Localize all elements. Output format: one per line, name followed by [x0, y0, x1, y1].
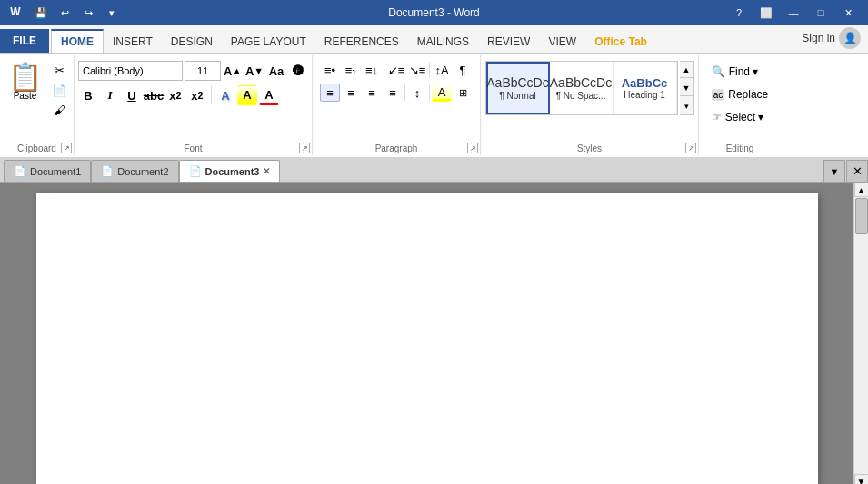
doc-tab-1[interactable]: 📄 Document1	[4, 160, 91, 182]
shading-btn[interactable]: A	[432, 84, 452, 102]
font-expand[interactable]: ↗	[299, 143, 310, 153]
paragraph-expand[interactable]: ↗	[467, 143, 478, 153]
paste-icon: 📋	[8, 64, 42, 91]
tab-home[interactable]: HOME	[51, 29, 104, 53]
style-nospace-name: ¶ No Spac...	[556, 91, 606, 101]
tab-insert[interactable]: INSERT	[104, 29, 162, 53]
doc3-icon: 📄	[189, 165, 202, 177]
align-left-btn[interactable]: ≡	[320, 84, 340, 102]
text-effects-btn[interactable]: A	[215, 85, 235, 105]
scroll-thumb[interactable]	[855, 198, 868, 234]
replace-icon: ac	[712, 89, 725, 101]
styles-label: Styles	[481, 143, 698, 153]
help-btn[interactable]: ?	[726, 4, 752, 22]
find-button[interactable]: 🔍 Find ▾	[705, 61, 765, 83]
styles-expand[interactable]: ↗	[685, 143, 696, 153]
document-tabs: 📄 Document1 📄 Document2 📄 Document3 ✕ ▼ …	[0, 157, 868, 183]
doc-tab-3[interactable]: 📄 Document3 ✕	[179, 160, 281, 182]
user-avatar: 👤	[839, 27, 861, 49]
italic-button[interactable]: I	[100, 85, 120, 105]
scroll-down-btn[interactable]: ▼	[854, 474, 869, 484]
doc-tab-2[interactable]: 📄 Document2	[91, 160, 178, 182]
document-area[interactable]	[0, 183, 853, 484]
line-spacing-btn[interactable]: ↕	[407, 84, 427, 102]
word-icon: W	[7, 3, 24, 24]
justify-btn[interactable]: ≡	[383, 84, 403, 102]
replace-button[interactable]: ac Replace	[705, 84, 775, 105]
scroll-track[interactable]	[854, 197, 869, 474]
paragraph-group: ≡• ≡₁ ≡↓ ↙≡ ↘≡ ↕A ¶ ≡ ≡ ≡ ≡ ↕ A ⊞	[313, 55, 481, 155]
style-heading1[interactable]: AaBbCc Heading 1	[614, 62, 677, 114]
align-right-btn[interactable]: ≡	[362, 84, 382, 102]
clipboard-expand[interactable]: ↗	[61, 143, 72, 153]
sign-in-btn[interactable]: Sign in 👤	[794, 24, 868, 53]
scroll-up-btn[interactable]: ▲	[854, 183, 869, 197]
tab-mailings[interactable]: MAILINGS	[408, 29, 478, 53]
grow-font-btn[interactable]: A▲	[223, 61, 243, 81]
styles-scroll-up[interactable]: ▲	[680, 62, 693, 78]
format-painter-button[interactable]: 🖌	[48, 101, 70, 119]
redo-quick-btn[interactable]: ↪	[78, 3, 98, 23]
close-btn[interactable]: ✕	[835, 4, 861, 22]
ribbon-toggle-btn[interactable]: ⬜	[753, 4, 779, 22]
font-name-input[interactable]	[78, 61, 183, 81]
editing-group: 🔍 Find ▾ ac Replace ☞ Select ▾ Editing	[699, 55, 781, 155]
numbering-btn[interactable]: ≡₁	[341, 61, 361, 79]
clear-format-btn[interactable]: 🅐	[288, 61, 308, 81]
tab-nav-btn[interactable]: ▼	[823, 160, 845, 182]
svg-text:W: W	[10, 5, 21, 18]
style-normal[interactable]: AaBbCcDc ¶ Normal	[486, 62, 550, 114]
save-quick-btn[interactable]: 💾	[31, 3, 51, 23]
style-no-spacing[interactable]: AaBbCcDc ¶ No Spac...	[550, 62, 614, 114]
shrink-font-btn[interactable]: A▼	[244, 61, 264, 81]
customize-quick-btn[interactable]: ▾	[102, 3, 122, 23]
minimize-btn[interactable]: —	[781, 4, 806, 22]
superscript-btn[interactable]: x2	[187, 85, 207, 105]
paste-button[interactable]: 📋 Paste	[4, 61, 46, 119]
doc2-icon: 📄	[101, 165, 114, 177]
subscript-btn[interactable]: x2	[165, 85, 185, 105]
doc3-close[interactable]: ✕	[263, 166, 270, 176]
tab-file[interactable]: FILE	[0, 29, 49, 53]
tab-references[interactable]: REFERENCES	[315, 29, 408, 53]
decrease-indent-btn[interactable]: ↙≡	[386, 61, 406, 79]
undo-quick-btn[interactable]: ↩	[55, 3, 75, 23]
styles-scroll: ▲ ▼ ▾	[680, 61, 694, 115]
show-marks-btn[interactable]: ¶	[453, 61, 473, 79]
document-page[interactable]	[36, 193, 818, 484]
doc1-icon: 📄	[14, 165, 26, 177]
styles-scroll-down[interactable]: ▼	[680, 80, 693, 96]
select-button[interactable]: ☞ Select ▾	[705, 106, 771, 128]
quick-access-toolbar: W 💾 ↩ ↪ ▾	[7, 3, 122, 24]
font-size-input[interactable]	[185, 61, 221, 81]
tab-review[interactable]: REVIEW	[478, 29, 539, 53]
styles-more[interactable]: ▾	[680, 98, 693, 114]
paragraph-label: Paragraph	[313, 143, 480, 153]
tab-close-all-btn[interactable]: ✕	[846, 160, 868, 182]
bullets-btn[interactable]: ≡•	[320, 61, 340, 79]
underline-button[interactable]: U	[122, 85, 142, 105]
window-controls: ? ⬜ — □ ✕	[726, 4, 861, 22]
copy-button[interactable]: 📄	[48, 81, 70, 99]
maximize-btn[interactable]: □	[808, 4, 833, 22]
increase-indent-btn[interactable]: ↘≡	[407, 61, 427, 79]
tab-office[interactable]: Office Tab	[585, 29, 656, 53]
strikethrough-btn[interactable]: abc	[144, 85, 164, 105]
clipboard-group: 📋 Paste ✂ 📄 🖌 Clipboard ↗	[0, 55, 75, 155]
change-case-btn[interactable]: Aa	[266, 61, 286, 81]
tab-page-layout[interactable]: PAGE LAYOUT	[222, 29, 315, 53]
tab-view[interactable]: VIEW	[539, 29, 585, 53]
align-center-btn[interactable]: ≡	[341, 84, 361, 102]
style-h1-name: Heading 1	[624, 90, 665, 100]
doc2-label: Document2	[117, 166, 168, 177]
bold-button[interactable]: B	[78, 85, 98, 105]
multilevel-btn[interactable]: ≡↓	[362, 61, 382, 79]
font-color-btn[interactable]: A	[259, 85, 279, 105]
style-h1-preview: AaBbCc	[622, 76, 668, 91]
cut-button[interactable]: ✂	[48, 61, 70, 79]
find-label: Find ▾	[729, 65, 759, 78]
sort-btn[interactable]: ↕A	[432, 61, 452, 79]
tab-design[interactable]: DESIGN	[162, 29, 222, 53]
highlight-btn[interactable]: A	[237, 85, 257, 105]
borders-btn[interactable]: ⊞	[453, 84, 473, 102]
